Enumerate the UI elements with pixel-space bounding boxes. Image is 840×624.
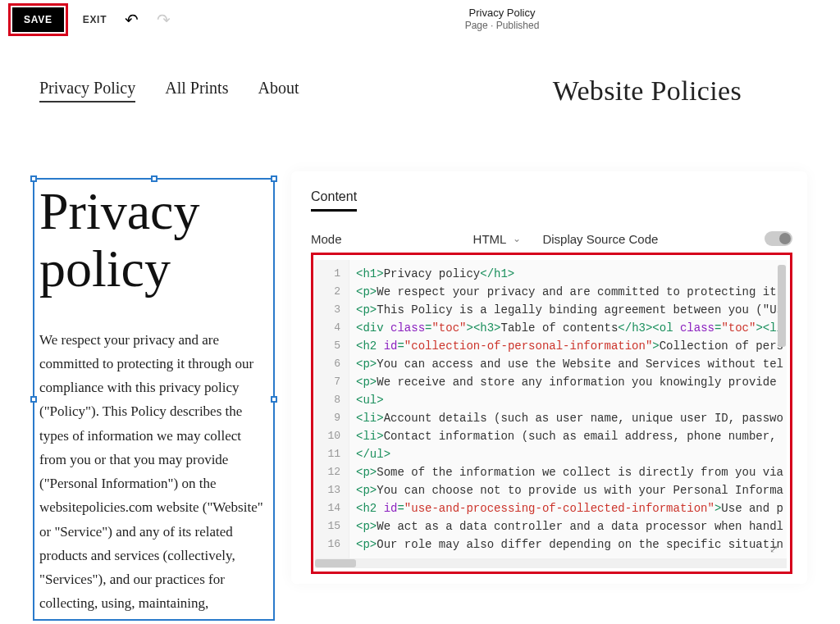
vertical-scrollbar[interactable] xyxy=(778,265,786,347)
expand-icon[interactable]: ⤢ xyxy=(769,543,778,555)
chevron-down-icon: ⌄ xyxy=(513,233,521,244)
nav-link-privacy-policy[interactable]: Privacy Policy xyxy=(39,79,135,102)
mode-value: HTML xyxy=(473,232,507,246)
mode-select[interactable]: HTML ⌄ xyxy=(473,232,522,246)
display-source-toggle[interactable] xyxy=(765,231,792,246)
code-lines[interactable]: <h1>Privacy policy</h1><p>We respect you… xyxy=(349,260,787,558)
selected-text-block[interactable]: Privacy policy We respect your privacy a… xyxy=(33,178,275,621)
nav-links: Privacy Policy All Prints About xyxy=(39,79,299,102)
panel-controls: Mode HTML ⌄ Display Source Code xyxy=(311,231,792,246)
page-meta: Privacy Policy Page · Published xyxy=(379,7,625,31)
line-gutter: 12345678910111213141516 xyxy=(315,260,349,558)
code-editor[interactable]: 12345678910111213141516 <h1>Privacy poli… xyxy=(315,260,787,558)
nav-link-about[interactable]: About xyxy=(258,79,299,102)
site-nav: Privacy Policy All Prints About Website … xyxy=(0,39,840,112)
scrollbar-thumb[interactable] xyxy=(315,559,356,567)
top-toolbar: SAVE EXIT ↶ ↷ Privacy Policy Page · Publ… xyxy=(0,0,840,39)
annotation-highlight-code: 12345678910111213141516 <h1>Privacy poli… xyxy=(311,253,792,574)
mode-label: Mode xyxy=(311,232,342,246)
resize-handle-icon[interactable] xyxy=(151,175,158,182)
display-source-label: Display Source Code xyxy=(542,232,658,246)
redo-icon[interactable]: ↷ xyxy=(157,10,171,30)
resize-handle-icon[interactable] xyxy=(271,175,277,182)
exit-button[interactable]: EXIT xyxy=(83,14,107,25)
tab-content[interactable]: Content xyxy=(311,189,357,212)
undo-icon[interactable]: ↶ xyxy=(125,10,139,30)
resize-handle-icon[interactable] xyxy=(30,396,37,403)
main-area: Privacy policy We respect your privacy a… xyxy=(0,112,840,621)
annotation-highlight-save: SAVE xyxy=(8,3,68,36)
site-title: Website Policies xyxy=(553,75,742,107)
save-button[interactable]: SAVE xyxy=(12,7,64,32)
preview-heading: Privacy policy xyxy=(39,183,268,298)
page-title: Privacy Policy xyxy=(379,7,625,19)
resize-handle-icon[interactable] xyxy=(271,396,277,403)
horizontal-scrollbar[interactable] xyxy=(315,558,787,568)
content-panel: Content Mode HTML ⌄ Display Source Code … xyxy=(291,171,807,584)
nav-link-all-prints[interactable]: All Prints xyxy=(165,79,228,102)
resize-handle-icon[interactable] xyxy=(30,175,37,182)
page-status: Page · Published xyxy=(379,20,625,31)
preview-body: We respect your privacy and are committe… xyxy=(39,328,268,616)
